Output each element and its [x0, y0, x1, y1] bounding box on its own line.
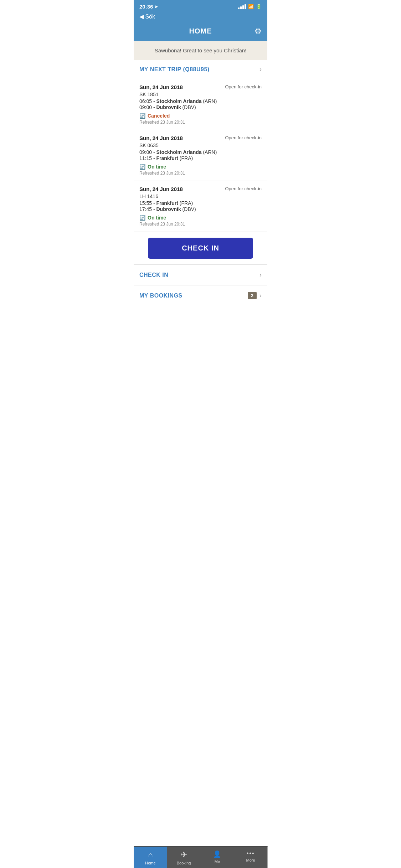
location-icon: ➤ [154, 4, 158, 9]
next-trip-chevron: › [259, 66, 262, 73]
flight-3-checkin-status: Open for check-in [225, 186, 262, 191]
flight-card-1: Sun, 24 Jun 2018 Open for check-in SK 18… [134, 79, 267, 130]
refresh-icon-2: 🔄 [139, 164, 145, 170]
page-header: HOME ⚙ [134, 23, 267, 41]
checkin-section-link[interactable]: CHECK IN › [134, 265, 267, 285]
my-bookings-right: 2 › [248, 292, 262, 299]
refresh-icon-3: 🔄 [139, 215, 145, 221]
flight-1-arrive: 09:00 - Dubrovnik (DBV) [139, 104, 262, 110]
flight-3-arrive: 17:45 - Dubrovnik (DBV) [139, 206, 262, 212]
signal-icon [238, 4, 246, 9]
back-navigation[interactable]: ◀ Sök [134, 12, 267, 23]
checkin-chevron: › [259, 271, 262, 279]
bookings-badge: 2 [248, 292, 257, 299]
flight-1-checkin-status: Open for check-in [225, 84, 262, 89]
checkin-section-right: › [259, 271, 262, 279]
welcome-message: Sawubona! Great to see you Christian! [155, 47, 247, 53]
flight-3-refreshed: Refreshed 23 Jun 20:31 [139, 222, 262, 227]
flight-3-status: On time [148, 215, 166, 221]
my-bookings-section-link[interactable]: MY BOOKINGS 2 › [134, 285, 267, 306]
flight-1-number: SK 1851 [139, 92, 262, 97]
page-title: HOME [189, 27, 212, 35]
flight-3-depart: 15:55 - Frankfurt (FRA) [139, 200, 262, 206]
checkin-section-title: CHECK IN [139, 272, 168, 278]
flight-2-number: SK 0635 [139, 143, 262, 148]
status-icons: 📶 🔋 [238, 4, 262, 9]
flight-1-date: Sun, 24 Jun 2018 [139, 84, 183, 90]
flight-card-2: Sun, 24 Jun 2018 Open for check-in SK 06… [134, 130, 267, 181]
flight-3-number: LH 1416 [139, 193, 262, 199]
back-button[interactable]: ◀ Sök [139, 13, 155, 20]
main-content: Sawubona! Great to see you Christian! MY… [134, 41, 267, 335]
flight-card-3: Sun, 24 Jun 2018 Open for check-in LH 14… [134, 181, 267, 232]
refresh-icon-1: 🔄 [139, 113, 145, 119]
flight-2-depart: 09:00 - Stockholm Arlanda (ARN) [139, 149, 262, 155]
my-bookings-chevron: › [259, 292, 262, 299]
battery-icon: 🔋 [256, 4, 262, 9]
flight-1-status: Canceled [148, 113, 170, 119]
flight-2-refreshed: Refreshed 23 Jun 20:31 [139, 171, 262, 176]
next-trip-header[interactable]: MY NEXT TRIP (Q88U95) › [134, 60, 267, 79]
flight-3-date: Sun, 24 Jun 2018 [139, 186, 183, 192]
welcome-banner: Sawubona! Great to see you Christian! [134, 41, 267, 60]
checkin-button-container: CHECK IN [134, 232, 267, 265]
next-trip-title: MY NEXT TRIP (Q88U95) [139, 66, 210, 73]
flight-2-status: On time [148, 164, 166, 170]
wifi-icon: 📶 [248, 4, 254, 9]
settings-icon[interactable]: ⚙ [255, 27, 262, 36]
flight-1-depart: 06:05 - Stockholm Arlanda (ARN) [139, 98, 262, 104]
flight-2-checkin-status: Open for check-in [225, 135, 262, 140]
flight-1-refreshed: Refreshed 23 Jun 20:31 [139, 120, 262, 125]
checkin-button[interactable]: CHECK IN [148, 238, 253, 259]
status-bar: 20:36 ➤ 📶 🔋 [134, 0, 267, 12]
flight-2-arrive: 11:15 - Frankfurt (FRA) [139, 155, 262, 161]
flight-2-date: Sun, 24 Jun 2018 [139, 135, 183, 141]
my-bookings-title: MY BOOKINGS [139, 293, 182, 299]
status-time: 20:36 [139, 4, 153, 10]
